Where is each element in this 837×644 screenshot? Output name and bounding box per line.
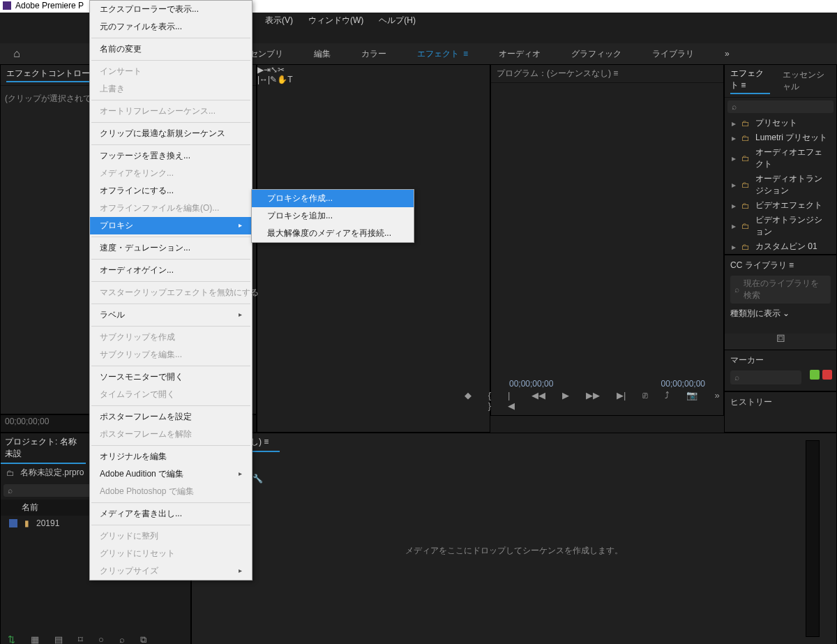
context-menu-item: インサート [90,63,252,80]
tool-icon[interactable]: ⇥ [264,65,271,75]
transport-button[interactable]: ▶| [617,390,626,411]
workspace-tab[interactable]: グラフィック [571,48,621,60]
context-menu-item[interactable]: Adobe Audition で編集 [90,465,252,483]
context-menu-item[interactable]: エクスプローラーで表示... [90,1,252,18]
context-menu-item[interactable]: 元のファイルを表示... [90,18,252,36]
menu-file[interactable]: ファイル(F) [4,13,48,25]
effects-folder-label: オーディオエフェクト [755,147,829,170]
transport-button[interactable]: ◆ [465,390,472,411]
project-toolbar-button[interactable]: ⌕ [119,634,125,644]
context-menu-item[interactable]: オフラインにする... [90,182,252,200]
cc-lib-search[interactable]: ⌕ 現在のライブラリを検索 [730,276,831,304]
transport-button[interactable]: ◀◀ [531,390,545,411]
context-menu-item[interactable]: フッテージを置き換え... [90,147,252,165]
transport-button[interactable]: ▶▶ [586,390,600,411]
tool-icon[interactable]: |↔| [257,75,270,84]
clip-icon: ▮ [24,518,29,528]
transport-bar: ◆{ }|◀◀◀▶▶▶▶|⎚⤴📷»+ [491,390,723,411]
tool-icon[interactable]: ✎ [270,75,277,84]
timeline-toggle-icon[interactable]: 🔧 [252,474,263,484]
more-workspaces-icon[interactable]: » [725,49,730,59]
effects-folder[interactable]: ▸🗀オーディオエフェクト [725,145,836,172]
effects-folder[interactable]: ▸🗀ビデオトランジション [725,213,836,239]
effects-folder[interactable]: ▸🗀ビデオエフェクト [725,198,836,213]
effects-folder[interactable]: ▸🗀カスタムビン 01 [725,239,836,254]
tool-icon[interactable]: ⤡ [271,65,278,75]
project-toolbar-button[interactable]: ▦ [31,634,39,644]
context-menu-item[interactable]: オーディオゲイン... [90,262,252,279]
context-menu-item[interactable]: クリップに最適な新規シーケンス [90,125,252,142]
context-menu-item: Adobe Photoshop で編集 [90,483,252,500]
transport-button[interactable]: |◀ [508,390,515,411]
context-menu-item: オフラインファイルを編集(O)... [90,200,252,217]
context-menu-item: マスタークリップエフェクトを無効にする [90,284,252,301]
app-icon [3,1,11,10]
effects-tree: ▸🗀プリセット▸🗀Lumetri プリセット▸🗀オーディオエフェクト▸🗀オーディ… [725,116,836,254]
effect-controls-tab[interactable]: エフェクトコントロール [6,68,98,82]
context-menu-item[interactable]: ラベル [90,306,252,324]
effects-folder[interactable]: ▸🗀Lumetri プリセット [725,130,836,145]
transport-button[interactable]: { } [488,390,491,411]
bin-icon: 🗀 [6,468,15,478]
proxy-submenu: プロキシを作成...プロキシを追加...最大解像度のメディアを再接続... [251,189,414,243]
effects-folder-label: プリセット [755,117,797,129]
workspace-tab[interactable]: オーディオ [499,48,541,60]
marker-search[interactable]: ⌕ [730,370,801,384]
workspace-tab[interactable]: ライブラリ [652,48,694,60]
project-toolbar-button[interactable]: ▤ [54,634,63,644]
transport-button[interactable]: ▶ [562,390,569,411]
project-toolbar-button[interactable]: ⇅ [8,634,15,644]
tool-icon[interactable]: T [287,75,292,84]
clip-thumb [9,519,17,527]
cc-lib-view-mode[interactable]: 種類別に表示 ⌄ [730,308,831,320]
context-menu-item[interactable]: 速度・デュレーション... [90,239,252,257]
context-menu-item[interactable]: 名前の変更 [90,40,252,58]
project-tab[interactable]: プロジェクト: 名称未設 [1,433,86,464]
marker-color-red[interactable] [822,370,832,380]
app-title: Adobe Premiere P [15,1,84,10]
submenu-item[interactable]: プロキシを追加... [252,207,414,225]
timeline-tool-icons: ⎯⎯♡🔧 [192,472,836,485]
home-icon[interactable]: ⌂ [0,47,33,60]
workspace-tab[interactable]: カラー [361,48,386,60]
effects-tab[interactable]: エフェクト ≡ [730,68,770,94]
context-menu-item: メディアをリンク... [90,165,252,182]
workspace-tab[interactable]: センブリ [250,48,283,60]
context-menu-item[interactable]: プロキシ [90,217,252,234]
submenu-item[interactable]: 最大解像度のメディアを再接続... [252,225,414,242]
tool-icon[interactable]: ✋ [277,75,287,84]
context-menu-item[interactable]: オリジナルを編集 [90,448,252,465]
effects-folder-label: ビデオトランジション [755,214,829,238]
effects-search[interactable]: ⌕ [727,100,834,113]
tool-icon[interactable]: ▶ [257,65,264,75]
cc-lib-tab[interactable]: CC ライブラリ ≡ [730,260,794,270]
history-tab[interactable]: ヒストリー [730,397,772,407]
history-panel: ヒストリー [724,391,837,433]
context-menu-item[interactable]: メディアを書き出し... [90,505,252,523]
tool-icon[interactable]: ✂ [278,65,285,75]
context-menu-item[interactable]: ポスターフレームを設定 [90,408,252,426]
transport-button[interactable]: ⎚ [642,390,648,411]
workspace-tab[interactable]: 編集 [314,48,331,60]
project-toolbar-button[interactable]: ○ [98,634,104,644]
project-toolbar-button[interactable]: ⧉ [140,634,146,644]
context-menu-item: サブクリップを編集... [90,346,252,364]
effects-folder-label: ビデオエフェクト [755,200,822,211]
cloud-icon: ⧈ [776,329,785,345]
timeline-timecode: 00 [192,452,836,472]
marker-tab[interactable]: マーカー [730,355,764,365]
submenu-item[interactable]: プロキシを作成... [252,190,414,207]
transport-button[interactable]: 📷 [686,390,698,411]
essential-tab[interactable]: エッセンシャル [783,69,831,93]
transport-button[interactable]: ⤴ [665,390,670,411]
transport-button[interactable]: » [714,390,719,411]
tool-row-2: |↔|✎✋T [257,75,490,84]
menu-edit[interactable]: 編集(E) [61,13,89,25]
project-toolbar-button[interactable]: ⌑ [78,634,83,644]
effects-folder-label: オーディオトランジション [755,173,829,197]
workspace-tab[interactable]: エフェクト [417,48,468,60]
marker-color-green[interactable] [810,370,820,380]
effects-folder[interactable]: ▸🗀オーディオトランジション [725,172,836,198]
context-menu-item[interactable]: ソースモニターで開く [90,368,252,386]
effects-folder[interactable]: ▸🗀プリセット [725,116,836,130]
